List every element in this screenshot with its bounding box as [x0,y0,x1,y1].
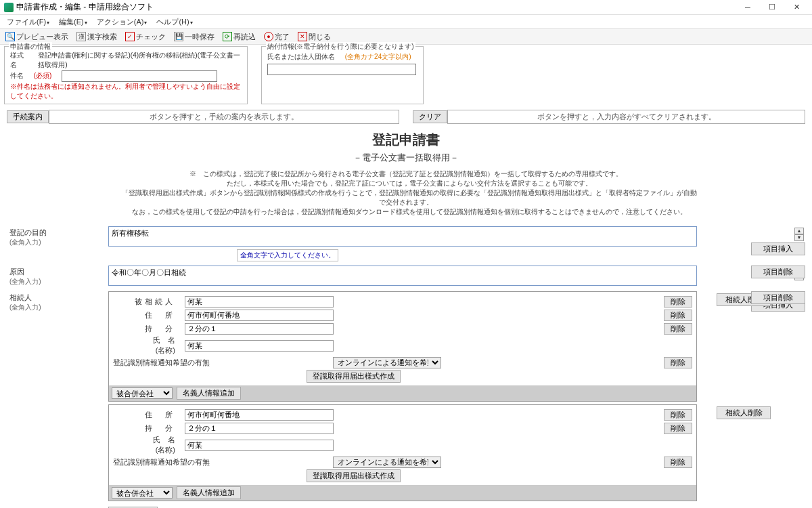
share-input[interactable] [185,423,334,434]
addr-input[interactable] [185,409,334,421]
add-holder-button[interactable]: 名義人情報追加 [177,387,241,400]
spin-down[interactable]: ▼ [794,234,804,241]
check-button[interactable]: ✓チェック [122,31,168,43]
form-create-button[interactable]: 登識取得用届出様式作成 [307,370,401,383]
name-input[interactable] [185,340,334,352]
reload-button[interactable]: ⟳再読込 [220,31,258,43]
heir-card-2: 相続人削除 住 所削除 持 分削除 氏 名(名称) 登記識別情報通知希望の有無オ… [108,404,697,501]
close-window-button[interactable]: ✕ [785,1,808,14]
document-note: ※ この様式は，登記完了後に登記所から発行される電子公文書（登記完了証と登記識別… [7,169,805,217]
cause-textarea[interactable] [108,266,697,286]
complete-button[interactable]: ●完了 [261,31,292,43]
row-delete-button[interactable]: 削除 [664,296,692,308]
add-holder-button[interactable]: 名義人情報追加 [177,486,241,499]
spin-up[interactable]: ▲ [794,228,804,234]
share-input[interactable] [185,323,334,335]
party-name-input[interactable] [267,64,416,75]
form-create-button[interactable]: 登識取得用届出様式作成 [307,469,401,482]
kanji-search-button[interactable]: 漢漢字検索 [74,31,120,43]
merge-select[interactable]: 被合併会社 [112,487,173,499]
preview-button[interactable]: 🔍プレビュー表示 [3,31,71,43]
menu-file[interactable]: ファイル(F)▾ [3,16,53,28]
maximize-button[interactable]: ☐ [761,1,784,14]
row-delete-button[interactable]: 削除 [664,423,692,434]
guide-button[interactable]: 手続案内 [7,110,49,123]
row-delete-button[interactable]: 削除 [664,457,692,468]
menu-help[interactable]: ヘルプ(H)▾ [152,16,196,28]
name-input[interactable] [185,440,334,451]
decedent-input[interactable] [185,296,334,308]
row-delete-button[interactable]: 削除 [664,357,692,368]
purpose-textarea[interactable] [108,226,697,247]
payment-info-box: 納付情報(※電子納付を行う際に必要となります) 氏名または法人団体名 (全角カナ… [261,46,424,104]
app-icon [4,3,14,12]
row-delete-button[interactable]: 削除 [664,323,692,335]
menu-action[interactable]: アクション(A)▾ [93,16,152,28]
delete-item-button[interactable]: 項目削除 [751,266,805,278]
tempsave-button[interactable]: 💾一時保存 [171,31,217,43]
document-subtitle: －電子公文書一括取得用－ [7,152,805,164]
insert-item-button[interactable]: 項目挿入 [751,242,805,255]
delete-item-button[interactable]: 項目削除 [751,291,805,304]
window-title: 申請書作成・編集 - 申請用総合ソフト [16,1,736,13]
application-info-box: 申請書の情報 様式名 登記申請書(権利に関する登記)(4)所有権の移転(相続)(… [4,46,248,104]
reference-name-input[interactable] [62,70,217,82]
heir-delete-button[interactable]: 相続人削除 [717,406,771,419]
heir-card-1: 相続人削除 被相続人削除 住 所削除 持 分削除 氏 名(名称) 登記識別情報通… [108,291,697,402]
menu-edit[interactable]: 編集(E)▾ [55,16,91,28]
row-delete-button[interactable]: 削除 [664,409,692,421]
row-delete-button[interactable]: 削除 [664,310,692,321]
clear-button[interactable]: クリア [413,110,447,123]
notice-select[interactable]: オンラインによる通知を希望する [333,357,441,368]
minimize-button[interactable]: ─ [736,1,759,14]
document-title: 登記申請書 [7,131,805,149]
addr-input[interactable] [185,310,334,321]
notice-select[interactable]: オンラインによる通知を希望する [333,457,441,468]
close-button[interactable]: ✕閉じる [295,31,334,43]
merge-select[interactable]: 被合併会社 [112,387,173,399]
